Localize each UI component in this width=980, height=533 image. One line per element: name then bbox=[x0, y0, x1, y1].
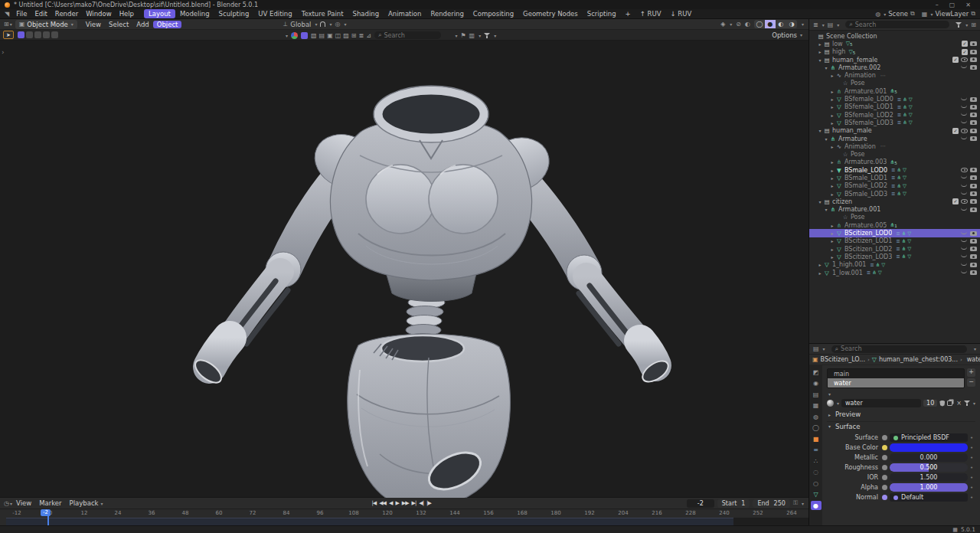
camera-icon[interactable] bbox=[970, 136, 977, 141]
chevron-down-icon[interactable]: ▾ bbox=[802, 21, 804, 27]
outliner-row[interactable]: ▸ BSmale_LOD1 ≡⋔▽ ⋯ ✓ bbox=[809, 174, 980, 181]
timeline-editor-icon[interactable]: ◷ bbox=[4, 500, 9, 507]
users-count[interactable]: 10 bbox=[923, 400, 937, 407]
viewport-menu-item[interactable]: Add bbox=[132, 21, 152, 28]
xray-toggle-icon[interactable]: ◐ bbox=[745, 21, 750, 28]
workspace-tab[interactable]: Geometry Nodes bbox=[518, 9, 583, 18]
expander-icon[interactable]: ▸ bbox=[829, 159, 835, 165]
eye-icon[interactable] bbox=[961, 199, 968, 204]
value-field[interactable]: 1.500 bbox=[890, 473, 968, 482]
frame-start-field[interactable]: Start1 bbox=[717, 499, 750, 508]
eye-closed-icon[interactable] bbox=[961, 105, 967, 108]
breadcrumb-material[interactable]: water bbox=[967, 356, 980, 363]
select-mode-new-icon[interactable] bbox=[18, 31, 24, 38]
camera-icon[interactable] bbox=[970, 247, 977, 251]
overlays-toggle-icon[interactable]: ⊘ bbox=[736, 21, 741, 28]
outliner-row[interactable]: ▸ BSfemale_LOD3 ≡⋔▽ ⋯ ✓ bbox=[809, 119, 980, 126]
outliner-row[interactable]: ▸ low 5 ≡⋔▽ ⋯ ✓ bbox=[809, 40, 980, 47]
socket-icon[interactable] bbox=[882, 465, 887, 470]
shading-mode-button[interactable]: ● bbox=[765, 20, 776, 28]
timeline-menu-item[interactable]: View ▾ bbox=[12, 499, 35, 507]
expander-icon[interactable]: ▾ bbox=[817, 199, 823, 204]
outliner-row[interactable]: ▸ BSfemale_LOD0 ≡⋔▽ ⋯ ✓ bbox=[809, 95, 980, 103]
expander-icon[interactable]: ▸ bbox=[829, 223, 835, 228]
proportional-editing-icon[interactable]: ◎ bbox=[335, 21, 341, 28]
menu-item[interactable]: Window bbox=[82, 10, 116, 18]
filter-funnel-icon[interactable] bbox=[484, 33, 490, 38]
unlink-icon[interactable]: × bbox=[956, 400, 962, 407]
workspace-tab[interactable]: UV Editing bbox=[253, 9, 296, 18]
new-viewlayer-icon[interactable]: ⧉ bbox=[971, 10, 975, 18]
eye-icon[interactable] bbox=[961, 129, 968, 133]
breadcrumb-object[interactable]: BScitizen_LO... bbox=[821, 356, 865, 363]
menu-item[interactable]: Help bbox=[116, 10, 138, 18]
camera-icon[interactable] bbox=[970, 41, 977, 46]
outliner-row[interactable]: ▾ human_male ≡⋔▽ ⋯ ✓ bbox=[809, 127, 980, 135]
eye-closed-icon[interactable] bbox=[961, 208, 967, 211]
properties-tab[interactable]: ● bbox=[811, 501, 822, 510]
camera-icon[interactable] bbox=[970, 175, 977, 180]
expander-icon[interactable]: ▾ bbox=[823, 136, 829, 142]
new-scene-icon[interactable]: ⧉ bbox=[910, 10, 915, 18]
snap-magnet-icon[interactable] bbox=[320, 21, 325, 27]
exclude-checkbox-icon[interactable]: ✓ bbox=[962, 41, 968, 47]
workspace-tab[interactable]: Layout bbox=[144, 9, 175, 18]
eye-closed-icon[interactable] bbox=[961, 263, 967, 266]
material-slot[interactable]: main bbox=[828, 369, 964, 378]
scene-selector[interactable]: Scene bbox=[888, 10, 908, 18]
eye-closed-icon[interactable] bbox=[961, 113, 967, 116]
outliner-row[interactable]: ▸ BScitizen_LOD1 ≡⋔▽ ⋯ ✓ bbox=[809, 237, 980, 245]
chevron-down-icon[interactable]: ▾ bbox=[455, 33, 457, 38]
camera-icon[interactable] bbox=[970, 105, 977, 110]
camera-icon[interactable] bbox=[970, 191, 977, 196]
fake-user-shield-icon[interactable] bbox=[939, 401, 945, 407]
expander-icon[interactable]: ▸ bbox=[817, 41, 823, 47]
properties-tab[interactable]: ◩ bbox=[811, 368, 822, 377]
outliner-row[interactable]: ▸ Armature.001 5 ≡⋔▽ ⋯ ✓ bbox=[809, 87, 980, 95]
expander-icon[interactable]: ▸ bbox=[829, 104, 835, 110]
tool-strip-icon[interactable]: ⊞ bbox=[351, 32, 357, 39]
window-control-button[interactable]: ✕ bbox=[965, 2, 971, 8]
outliner-row[interactable]: ▸ BScitizen_LOD0 ≡⋔▽ ⋯ ✓ bbox=[809, 229, 980, 237]
expander-icon[interactable]: ▸ bbox=[829, 89, 835, 94]
menu-item[interactable]: Edit bbox=[31, 10, 51, 18]
filter-funnel-icon[interactable] bbox=[956, 22, 962, 28]
transport-button[interactable]: |◀ bbox=[371, 500, 376, 506]
properties-tab[interactable]: ▽ bbox=[811, 490, 822, 499]
eye-closed-icon[interactable] bbox=[961, 136, 967, 139]
breadcrumb-mesh[interactable]: human_male_chest:003... bbox=[879, 356, 958, 363]
bookmark-icon[interactable]: ⚑ bbox=[460, 32, 466, 39]
expander-icon[interactable]: ▸ bbox=[829, 183, 835, 188]
tool-strip-icon[interactable]: ▨ bbox=[343, 32, 349, 39]
outliner-row[interactable]: Pose ≡⋔▽ ⋯ ✓ bbox=[809, 150, 980, 158]
blender-menu-icon[interactable]: ◥ bbox=[5, 11, 9, 18]
workspace-tab[interactable]: ↓ RUV bbox=[666, 9, 697, 18]
camera-icon[interactable] bbox=[970, 65, 977, 70]
shading-mode-button[interactable]: ◐ bbox=[776, 20, 786, 28]
base-color-swatch[interactable] bbox=[890, 443, 968, 452]
window-control-button[interactable]: ▢ bbox=[949, 2, 956, 8]
orientation-selector[interactable]: Global bbox=[290, 21, 311, 28]
timeline-menu-item[interactable]: Playback ▾ bbox=[66, 499, 107, 507]
select-mode-invert-icon[interactable] bbox=[43, 31, 50, 38]
expander-icon[interactable]: ▸ bbox=[829, 238, 835, 244]
outliner-row[interactable]: Scene Collection ≡⋔▽ ⋯ ✓ bbox=[809, 32, 980, 40]
eye-icon[interactable] bbox=[961, 168, 968, 172]
expander-icon[interactable]: ▸ bbox=[817, 270, 823, 276]
current-frame-field[interactable]: -2 bbox=[687, 499, 714, 508]
outliner-row[interactable]: ▸ BSfemale_LOD2 ≡⋔▽ ⋯ ✓ bbox=[809, 111, 980, 119]
eye-closed-icon[interactable] bbox=[961, 231, 967, 234]
expander-icon[interactable]: ▸ bbox=[829, 247, 835, 252]
expander-icon[interactable]: ▾ bbox=[823, 207, 829, 212]
camera-icon[interactable] bbox=[970, 239, 977, 244]
node-value-field[interactable]: Default bbox=[890, 493, 968, 502]
camera-icon[interactable] bbox=[970, 97, 977, 102]
frame-end-field[interactable]: End250 bbox=[753, 499, 789, 508]
tool-strip-icon[interactable]: ▣ bbox=[327, 32, 333, 39]
exclude-checkbox-icon[interactable]: ✓ bbox=[952, 128, 959, 134]
tool-strip-icon[interactable]: ⊿ bbox=[366, 32, 371, 39]
properties-tab[interactable]: ≡ bbox=[811, 446, 822, 455]
expander-icon[interactable]: ▸ bbox=[829, 231, 835, 236]
viewport-canvas[interactable]: › bbox=[0, 41, 808, 497]
timeline-ruler[interactable]: -120122436486072849610812013214415616818… bbox=[0, 509, 808, 525]
